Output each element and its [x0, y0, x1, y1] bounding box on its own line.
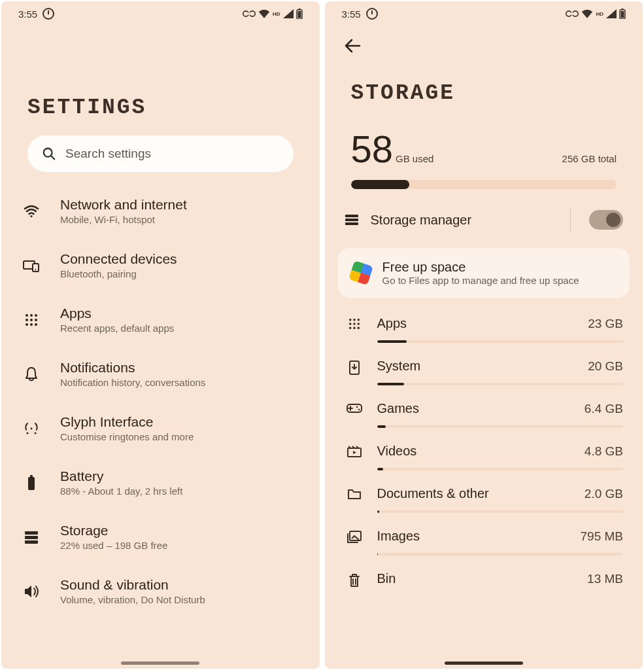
gesture-bar[interactable] [445, 661, 523, 665]
status-bar: 3:55 HD [325, 1, 643, 24]
storage-manager-toggle[interactable] [589, 210, 623, 230]
storage-manager-row[interactable]: Storage manager [325, 196, 643, 244]
hd-icon: HD [273, 11, 280, 17]
item-sub: Recent apps, default apps [60, 323, 304, 334]
cat-name: Apps [377, 316, 407, 331]
svg-point-8 [30, 215, 32, 217]
status-time: 3:55 [18, 9, 37, 20]
cat-bar-fill [377, 383, 404, 385]
svg-point-14 [35, 314, 37, 317]
svg-rect-36 [345, 219, 358, 221]
item-title: Sound & vibration [60, 577, 304, 593]
svg-rect-10 [33, 264, 39, 272]
svg-rect-31 [569, 12, 575, 14]
svg-point-38 [348, 319, 351, 321]
gamepad-icon [347, 403, 362, 414]
storage-icon [345, 214, 359, 226]
volume-icon [24, 584, 39, 599]
storage-used-unit: GB used [396, 153, 433, 164]
item-sub: Mobile, Wi-Fi, hotspot [60, 214, 304, 225]
category-games[interactable]: Games6.4 GB [345, 392, 624, 434]
svg-rect-37 [345, 222, 358, 225]
svg-point-39 [353, 319, 356, 321]
vpn-icon [243, 10, 256, 18]
item-title: Storage [60, 523, 304, 538]
wifi-icon [24, 205, 39, 218]
svg-point-45 [353, 327, 356, 330]
devices-icon [23, 259, 40, 272]
cat-name: Documents & other [377, 486, 489, 501]
svg-point-49 [356, 406, 358, 408]
category-bin[interactable]: Bin13 MB [345, 562, 624, 588]
svg-rect-4 [298, 9, 300, 10]
item-title: Glyph Interface [60, 414, 304, 430]
wifi-icon [258, 9, 270, 18]
category-apps[interactable]: Apps23 GB [345, 307, 624, 349]
svg-line-7 [51, 156, 55, 160]
cat-bar-fill [377, 340, 407, 343]
settings-item-notifications[interactable]: NotificationsNotification history, conve… [1, 347, 320, 401]
storage-progress-bar [351, 180, 617, 189]
category-videos[interactable]: Videos4.8 GB [345, 434, 624, 477]
cat-size: 23 GB [588, 317, 623, 331]
gesture-bar[interactable] [121, 661, 199, 665]
cat-name: Images [377, 529, 420, 544]
battery-icon [296, 9, 303, 19]
clock-icon [366, 8, 378, 20]
page-title: STORAGE [325, 81, 643, 121]
cat-bar-fill [377, 510, 380, 513]
svg-point-12 [25, 314, 28, 317]
storage-total-label: 256 GB total [562, 153, 617, 164]
storage-summary: 58GB used 256 GB total [325, 121, 643, 196]
svg-point-17 [35, 319, 37, 321]
glyph-icon [24, 421, 39, 436]
settings-item-network[interactable]: Network and internetMobile, Wi-Fi, hotsp… [1, 184, 320, 238]
back-button[interactable] [339, 33, 365, 59]
settings-item-battery[interactable]: Battery88% - About 1 day, 2 hrs left [1, 455, 320, 510]
cat-size: 20 GB [588, 359, 623, 374]
free-up-space[interactable]: Free up space Go to Files app to manage … [338, 248, 630, 298]
separator [570, 209, 571, 231]
settings-item-glyph[interactable]: Glyph InterfaceCustomise ringtones and m… [1, 401, 320, 455]
cat-name: Bin [377, 571, 396, 586]
hd-icon: HD [596, 11, 603, 17]
svg-rect-24 [28, 477, 35, 490]
svg-rect-26 [25, 531, 38, 535]
svg-point-42 [353, 323, 356, 325]
settings-item-connected-devices[interactable]: Connected devicesBluetooth, pairing [1, 238, 320, 292]
storage-icon [24, 531, 39, 544]
battery-icon [619, 9, 626, 19]
item-title: Notifications [60, 360, 304, 376]
svg-point-18 [25, 323, 28, 326]
search-icon [42, 147, 56, 161]
item-sub: 88% - About 1 day, 2 hrs left [60, 485, 304, 497]
svg-point-20 [35, 323, 37, 326]
settings-item-apps[interactable]: AppsRecent apps, default apps [1, 292, 320, 347]
search-input[interactable]: Search settings [27, 135, 294, 172]
settings-item-sound[interactable]: Sound & vibrationVolume, vibration, Do N… [1, 564, 320, 618]
cat-size: 6.4 GB [585, 402, 623, 416]
status-time: 3:55 [342, 9, 361, 20]
category-images[interactable]: Images795 MB [345, 520, 624, 562]
cat-name: Games [377, 401, 419, 416]
item-title: Connected devices [60, 251, 304, 267]
svg-rect-2 [246, 12, 252, 14]
svg-rect-28 [25, 540, 38, 544]
freeup-title: Free up space [382, 260, 579, 275]
cat-name: Videos [377, 444, 417, 459]
svg-point-16 [30, 319, 33, 321]
svg-point-21 [27, 432, 29, 434]
svg-rect-34 [621, 11, 624, 18]
category-system[interactable]: System20 GB [345, 349, 624, 392]
category-documents[interactable]: Documents & other2.0 GB [345, 477, 624, 520]
svg-point-50 [358, 409, 360, 411]
svg-point-40 [357, 319, 360, 321]
apps-grid-icon [348, 318, 360, 330]
files-app-icon [348, 260, 373, 285]
settings-item-storage[interactable]: Storage22% used – 198 GB free [1, 510, 320, 564]
svg-point-44 [348, 327, 351, 330]
wifi-icon [581, 9, 593, 18]
storage-manager-label: Storage manager [371, 213, 552, 228]
signal-icon [606, 9, 617, 18]
image-icon [347, 531, 362, 544]
